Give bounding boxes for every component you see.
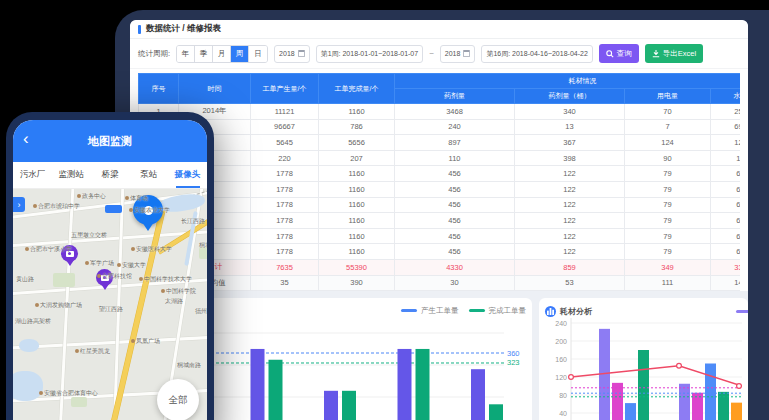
table-cell: 111 [625,275,711,291]
start-year-select[interactable]: 2018 [274,45,310,63]
period-segmented-control[interactable]: 年季月周日 [176,45,268,63]
table-cell: 456 [395,244,515,260]
table-cell: 7635 [251,259,319,275]
table-cell: 96667 [251,119,319,135]
table-row[interactable]: 177811604561227967 [139,213,741,229]
filter-toolbar: 统计周期: 年季月周日 2018 第1周: 2018-01-01~2018-01… [130,39,748,69]
end-week-value: 第16周: 2018-04-16~2018-04-22 [486,49,587,59]
chart2-title: 耗材分析 [560,306,592,317]
phone-tab-污水厂[interactable]: 污水厂 [13,162,52,188]
table-cell: 79 [625,228,711,244]
poi-dot-icon [35,303,39,307]
legend-label: 产生工单量 [421,306,459,316]
phone-tab-桥梁[interactable]: 桥梁 [91,162,130,188]
end-week-select[interactable]: 第16周: 2018-04-16~2018-04-22 [481,45,592,63]
poi-dot-icon [33,204,37,208]
phone-tab-泵站[interactable]: 泵站 [129,162,168,188]
poi-dot-icon [161,289,165,293]
table-row[interactable]: 177811604561227967 [139,228,741,244]
poi-dot-icon [97,274,101,278]
period-option-日[interactable]: 日 [249,46,267,62]
table-cell: 67 [711,228,741,244]
consumables-chart[interactable]: 2402001601208040 [545,318,742,420]
start-year-value: 2018 [279,50,295,57]
phone-tab-bar: 污水厂监测站桥梁泵站摄像头 [13,162,207,189]
period-option-季[interactable]: 季 [195,46,213,62]
map-poi-label: 军学广场 [85,259,114,268]
table-cell: 859 [515,259,625,275]
map-poi-label: 安徽医科大学 [131,245,172,254]
back-chevron-icon[interactable]: ‹ [23,130,29,147]
table-cell: 67 [711,244,741,260]
map-poi-label: 安徽省合肥体育中心 [39,389,98,398]
map-poi-label: 长江西路 [181,217,205,226]
table-row[interactable]: 96667786240137690 [139,119,741,135]
table-row[interactable]: 12014年111211160346834070250 [139,104,741,120]
table-cell: 330 [711,259,741,275]
table-cell: 690 [711,119,741,135]
table-cell: 79 [625,244,711,260]
all-filter-button[interactable]: 全部 [157,379,199,420]
table-row[interactable]: 177811604561227967 [139,197,741,213]
table-cell: 240 [395,119,515,135]
table-cell: 456 [395,228,515,244]
table-cell: 4330 [395,259,515,275]
legend-item[interactable]: 完成工单量 [469,306,527,316]
legend-marker [469,309,485,312]
query-button-label: 查询 [617,49,632,59]
phone-app-header: ‹ 地图监测 [13,120,207,162]
map-view[interactable]: › 全部 政务中心合肥市琥珀中学体育场安徽农业大学长江西路桐城路五里墩立交桥安徽… [13,189,207,420]
table-cell: 1778 [251,181,319,197]
export-excel-button[interactable]: 导出Excel [645,44,703,63]
svg-text:360: 360 [507,349,520,358]
table-cell: 122 [515,244,625,260]
period-option-年[interactable]: 年 [177,46,195,62]
map-poi-label: 安徽农业大学 [129,206,170,215]
table-row[interactable]: 56455656897367124129 [139,135,741,151]
table-cell: 456 [395,213,515,229]
col-header-no: 序号 [139,74,179,104]
poi-dot-icon [117,263,121,267]
table-cell: 5656 [319,135,395,151]
charts-row: 产生工单量完成工单量 360323 耗材分析 2402001601208040 [130,298,748,420]
table-row[interactable]: 2202071103989019 [139,150,741,166]
table-cell: 390 [319,275,395,291]
table-cell: 456 [395,197,515,213]
table-row[interactable]: 177811604561227967 [139,181,741,197]
table-average-row[interactable]: 平均值353903053111140 [139,275,741,291]
table-total-row[interactable]: 合计7635553904330859349330 [139,259,741,275]
end-year-select[interactable]: 2018 [440,45,476,63]
table-row[interactable]: 177811604561227967 [139,166,741,182]
period-option-月[interactable]: 月 [213,46,231,62]
period-option-周[interactable]: 周 [231,46,249,62]
legend-item[interactable]: 产生工单量 [401,306,459,316]
svg-text:323: 323 [507,359,520,368]
end-year-value: 2018 [445,50,461,57]
query-button[interactable]: 查询 [599,44,639,63]
consumables-chart-card: 耗材分析 2402001601208040 [539,298,748,420]
phone-tab-监测站[interactable]: 监测站 [52,162,91,188]
poi-dot-icon [77,194,81,198]
map-poi-label: 合肥科技馆 [97,272,132,281]
table-cell: 122 [515,228,625,244]
phone-tab-摄像头[interactable]: 摄像头 [168,162,207,188]
start-week-select[interactable]: 第1周: 2018-01-01~2018-01-07 [316,45,423,63]
table-cell: 11121 [251,104,319,120]
report-table-container[interactable]: 序号 时间 工单产生量/个 工单完成量/个 耗材情况 药剂量药剂量（桶）用电量水… [138,73,740,291]
map-poi-label: 中国科学技术大学 [139,275,192,284]
chart-badge-icon [545,306,556,317]
table-cell: 1778 [251,213,319,229]
legend-marker [401,309,417,312]
search-icon [606,50,614,58]
map-park [53,273,75,287]
map-poi-label: 黄山路 [16,275,34,284]
table-row[interactable]: 177811604561227967 [139,244,741,260]
table-cell: 1160 [319,213,395,229]
table-cell: 90 [625,150,711,166]
svg-text:40: 40 [559,410,567,417]
poi-dot-icon [39,391,43,395]
map-expand-button[interactable]: › [13,197,25,212]
table-cell: 67 [711,166,741,182]
sub-col-header: 药剂量 [395,89,515,104]
table-cell: 129 [711,135,741,151]
